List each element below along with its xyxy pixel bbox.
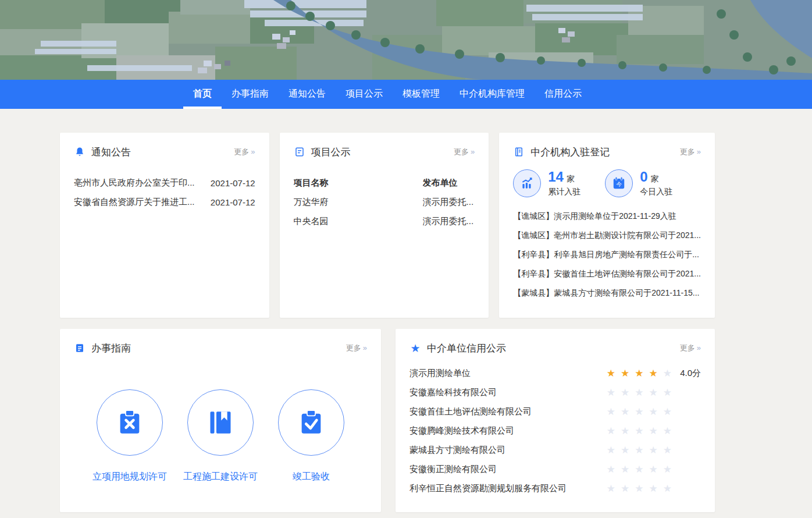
total-label: 累计入驻 xyxy=(548,187,580,197)
ledger-icon xyxy=(513,146,525,158)
nav-tab-guide[interactable]: 办事指南 xyxy=(222,80,279,109)
guide-item-planning-permit[interactable]: 立项用地规划许可 xyxy=(84,389,175,483)
guide-items: 立项用地规划许可 工程施工建设许可 竣工验收 xyxy=(74,389,367,483)
registration-card-title: 中介机构入驻登记 xyxy=(530,146,610,159)
credit-card: ★ 中介单位信用公示 更多» 演示用测绘单位 ★★★★★ 4.0分 安徽嘉绘科技… xyxy=(396,329,715,512)
guide-more-link[interactable]: 更多» xyxy=(346,343,367,353)
nav-tab-home[interactable]: 首页 xyxy=(183,80,222,109)
more-label: 更多 xyxy=(680,343,695,352)
registration-item[interactable]: 【谯城区】演示用测绘单位于2021-11-29入驻 xyxy=(513,207,701,226)
registration-item[interactable]: 【利辛县】利辛县旭日房地产测绘有限责任公司于... xyxy=(513,245,701,264)
guide-card: 办事指南 更多» 立项用地规划许可 工程施工建设许可 xyxy=(60,329,381,512)
today-count: 0 xyxy=(640,169,647,185)
double-chevron-icon: » xyxy=(251,147,255,156)
nav-tab-notices[interactable]: 通知公告 xyxy=(279,80,336,109)
star-rating: ★★★★★ xyxy=(607,464,672,474)
book-bookmark-icon xyxy=(187,389,254,456)
company-name-link[interactable]: 安徽首佳土地评估测绘有限公司 xyxy=(409,406,607,417)
guide-item-label: 工程施工建设许可 xyxy=(183,471,258,483)
credit-row: 安徽衡正测绘有限公司 ★★★★★ xyxy=(409,460,701,479)
nav-tab-templates[interactable]: 模板管理 xyxy=(393,80,450,109)
double-chevron-icon: » xyxy=(363,343,367,352)
nav-tab-projects[interactable]: 项目公示 xyxy=(336,80,393,109)
column-project-name: 项目名称 xyxy=(294,178,423,189)
more-label: 更多 xyxy=(680,147,695,156)
projects-more-link[interactable]: 更多» xyxy=(454,147,475,157)
double-chevron-icon: » xyxy=(697,343,701,352)
total-count: 14 xyxy=(548,169,564,185)
svg-text:今: 今 xyxy=(616,180,622,187)
hero-banner-aerial-photo xyxy=(0,0,812,80)
notices-card-title: 通知公告 xyxy=(91,146,131,159)
stat-today: 今 0家 今日入驻 xyxy=(605,169,672,197)
credit-row: 安徽腾峰测绘技术有限公司 ★★★★★ xyxy=(409,421,701,441)
project-publisher: 演示用委托... xyxy=(423,197,475,208)
star-icon: ★ xyxy=(409,342,421,354)
project-row[interactable]: 中央名园 演示用委托... xyxy=(294,212,475,231)
guide-item-completion-acceptance[interactable]: 竣工验收 xyxy=(266,389,357,483)
project-name: 万达华府 xyxy=(294,197,423,208)
chart-trend-icon xyxy=(513,169,541,197)
blue-tint-overlay xyxy=(0,0,812,80)
company-name-link[interactable]: 安徽衡正测绘有限公司 xyxy=(409,464,607,475)
star-rating: ★★★★★ xyxy=(607,368,672,378)
credit-more-link[interactable]: 更多» xyxy=(680,343,701,353)
registration-more-link[interactable]: 更多» xyxy=(680,147,701,157)
nav-tab-agency-library[interactable]: 中介机构库管理 xyxy=(450,80,535,109)
credit-row: 利辛恒正自然资源勘测规划服务有限公司 ★★★★★ xyxy=(409,479,701,498)
nav-tab-credit[interactable]: 信用公示 xyxy=(535,80,592,109)
credit-score: 4.0分 xyxy=(672,368,701,379)
double-chevron-icon: » xyxy=(471,147,475,156)
credit-card-title: 中介单位信用公示 xyxy=(427,342,506,355)
double-chevron-icon: » xyxy=(697,147,701,156)
company-name-link[interactable]: 安徽腾峰测绘技术有限公司 xyxy=(409,425,607,437)
registration-item[interactable]: 【谯城区】亳州市岩土勘测设计院有限公司于2021... xyxy=(513,226,701,245)
notices-more-link[interactable]: 更多» xyxy=(234,147,255,157)
registration-item[interactable]: 【利辛县】安徽首佳土地评估测绘有限公司于2021... xyxy=(513,264,701,283)
registration-stats: 14家 累计入驻 今 0家 今日入驻 xyxy=(513,169,701,197)
credit-row: 演示用测绘单位 ★★★★★ 4.0分 xyxy=(409,364,701,383)
clipboard-check-icon xyxy=(278,389,344,456)
projects-card: 项目公示 更多» 项目名称 发布单位 万达华府 演示用委托... 中央名园 演示… xyxy=(280,133,489,318)
company-name-link[interactable]: 蒙城县方寸测绘有限公司 xyxy=(409,445,607,456)
registration-item[interactable]: 【蒙城县】蒙城县方寸测绘有限公司于2021-11-15... xyxy=(513,283,701,303)
notice-item[interactable]: 安徽省自然资源厅关于推进工... 2021-07-12 xyxy=(74,193,255,212)
star-rating: ★★★★★ xyxy=(607,445,672,455)
company-name-link[interactable]: 利辛恒正自然资源勘测规划服务有限公司 xyxy=(409,483,607,494)
bell-icon xyxy=(74,146,86,158)
count-unit: 家 xyxy=(567,174,575,185)
guide-item-label: 竣工验收 xyxy=(293,471,330,483)
today-label: 今日入驻 xyxy=(640,187,672,197)
projects-table: 项目名称 发布单位 万达华府 演示用委托... 中央名园 演示用委托... xyxy=(294,173,475,231)
star-rating: ★★★★★ xyxy=(607,407,672,417)
guide-item-label: 立项用地规划许可 xyxy=(92,471,167,483)
star-rating: ★★★★★ xyxy=(607,388,672,398)
column-publisher: 发布单位 xyxy=(423,178,475,189)
star-rating: ★★★★★ xyxy=(607,484,672,494)
credit-row: 安徽首佳土地评估测绘有限公司 ★★★★★ xyxy=(409,402,701,421)
registration-list: 【谯城区】演示用测绘单位于2021-11-29入驻 【谯城区】亳州市岩土勘测设计… xyxy=(513,207,701,303)
project-publisher: 演示用委托... xyxy=(423,216,475,227)
stat-total: 14家 累计入驻 xyxy=(513,169,580,197)
guide-item-construction-permit[interactable]: 工程施工建设许可 xyxy=(175,389,266,483)
notice-title: 亳州市人民政府办公室关于印... xyxy=(74,178,204,189)
notice-date: 2021-07-12 xyxy=(211,178,255,188)
registration-card: 中介机构入驻登记 更多» 14家 累计入驻 今 xyxy=(499,133,715,318)
notices-card: 通知公告 更多» 亳州市人民政府办公室关于印... 2021-07-12 安徽省… xyxy=(60,133,269,318)
count-unit: 家 xyxy=(651,174,659,185)
project-row[interactable]: 万达华府 演示用委托... xyxy=(294,193,475,212)
projects-card-title: 项目公示 xyxy=(311,146,351,159)
credit-row: 安徽嘉绘科技有限公司 ★★★★★ xyxy=(409,383,701,402)
company-name-link[interactable]: 演示用测绘单位 xyxy=(409,368,607,379)
project-name: 中央名园 xyxy=(294,216,423,227)
more-label: 更多 xyxy=(346,343,361,352)
calendar-today-icon: 今 xyxy=(605,169,633,197)
company-name-link[interactable]: 安徽嘉绘科技有限公司 xyxy=(409,387,607,398)
document-filled-icon xyxy=(74,342,86,354)
star-rating: ★★★★★ xyxy=(607,426,672,436)
notices-list: 亳州市人民政府办公室关于印... 2021-07-12 安徽省自然资源厅关于推进… xyxy=(74,173,255,212)
credit-list: 演示用测绘单位 ★★★★★ 4.0分 安徽嘉绘科技有限公司 ★★★★★ 安徽首佳… xyxy=(409,364,701,498)
more-label: 更多 xyxy=(454,147,469,156)
notice-item[interactable]: 亳州市人民政府办公室关于印... 2021-07-12 xyxy=(74,173,255,193)
clipboard-x-icon xyxy=(97,389,163,456)
